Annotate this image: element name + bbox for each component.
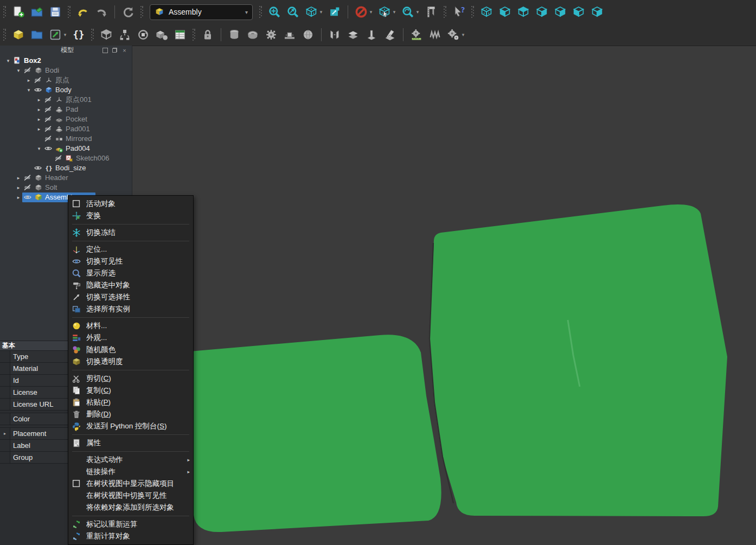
create-group-button[interactable] (28, 26, 46, 43)
gear-joint-button[interactable] (408, 26, 425, 43)
joint-angle-button[interactable] (381, 26, 399, 43)
menu-item-链接操作[interactable]: 链接操作▸ (68, 466, 193, 478)
misc-joint-button[interactable]: ▾ (445, 26, 462, 43)
menu-item-隐藏选中对象[interactable]: 隐藏选中对象 (68, 279, 193, 291)
menu-item-属性[interactable]: 属性 (68, 437, 193, 449)
expand-arrow-icon[interactable]: ▸ (0, 428, 10, 439)
tree-item-Box2[interactable]: ▾Box2 (0, 56, 132, 66)
chevron-down-icon[interactable]: ▾ (415, 9, 420, 15)
standard-views-button[interactable]: ▾ (303, 3, 320, 21)
view-right-button[interactable] (533, 3, 550, 21)
toolbar-drag-handle[interactable] (140, 6, 143, 18)
joint-perpendicular-button[interactable] (363, 26, 380, 43)
toolbar-drag-handle[interactable] (471, 6, 474, 18)
menu-item-切换冻结[interactable]: 切换冻结 (68, 227, 193, 239)
redo-button[interactable] (93, 3, 110, 21)
menu-item-活动对象[interactable]: 活动对象 (68, 198, 193, 210)
expressions-button[interactable]: {} (70, 26, 87, 43)
menu-item-定位-[interactable]: 定位... (68, 243, 193, 255)
menu-item-重新计算对象[interactable]: 重新计算对象 (68, 530, 193, 542)
insert-component-button[interactable] (116, 26, 133, 43)
menu-item-标记以重新运算[interactable]: 标记以重新运算 (68, 518, 193, 530)
visibility-eye-icon[interactable] (34, 86, 42, 94)
tree-item-Pad[interactable]: ▸Pad (0, 105, 132, 114)
dock-restore-button[interactable] (112, 47, 118, 53)
menu-item-切换可见性[interactable]: 切换可见性 (68, 255, 193, 267)
visibility-eye-icon[interactable] (34, 164, 42, 172)
joint-distance-button[interactable] (326, 26, 343, 43)
expand-arrow-icon[interactable]: ▸ (15, 183, 22, 193)
dock-float-button[interactable] (102, 47, 108, 53)
toolbar-drag-handle[interactable] (444, 6, 446, 18)
view-isometric-button[interactable] (478, 3, 495, 21)
hidden-item-icon[interactable] (44, 105, 53, 114)
toolbar-drag-handle[interactable] (3, 6, 6, 18)
hidden-item-icon[interactable] (44, 115, 53, 124)
collapse-arrow-icon[interactable]: ▾ (35, 144, 43, 153)
chevron-down-icon[interactable]: ▾ (368, 9, 374, 15)
draw-style-button[interactable]: ▾ (353, 3, 370, 21)
menu-item-复制-C-[interactable]: 复制(C) (68, 384, 193, 396)
hidden-item-icon[interactable] (44, 95, 53, 104)
measure-button[interactable] (422, 3, 440, 21)
save-button[interactable] (47, 3, 64, 21)
hidden-item-icon[interactable] (23, 183, 32, 192)
hidden-item-icon[interactable] (44, 134, 53, 143)
solve-assembly-button[interactable] (134, 26, 152, 43)
menu-item-切换可选择性[interactable]: 切换可选择性 (68, 291, 193, 303)
tree-item-Mirrored[interactable]: Mirrored (0, 134, 132, 144)
hidden-item-icon[interactable] (54, 154, 63, 163)
expand-arrow-icon[interactable]: ▸ (35, 95, 43, 105)
menu-item-删除-D-[interactable]: 删除(D) (68, 408, 193, 420)
selection-mode-button[interactable]: ▾ (376, 3, 393, 21)
create-part-button[interactable] (10, 26, 27, 43)
zoom-selection-button[interactable] (284, 3, 302, 21)
zoom-fit-all-button[interactable] (266, 3, 283, 21)
expand-arrow-icon[interactable]: ▸ (35, 114, 43, 124)
menu-item-发送到-Python-控制台-S-[interactable]: 发送到 Python 控制台(S) (68, 420, 193, 432)
expand-arrow-icon[interactable]: ▸ (15, 173, 22, 183)
tree-item-Pad001[interactable]: ▸Pad001 (0, 124, 132, 134)
tree-item-Body[interactable]: ▾Body (0, 85, 132, 95)
toggle-grounded-button[interactable] (199, 26, 216, 43)
visibility-eye-icon[interactable] (44, 144, 53, 153)
expand-arrow-icon[interactable]: ▸ (25, 75, 33, 85)
hidden-item-icon[interactable] (23, 66, 32, 75)
menu-item-剪切-C-[interactable]: 剪切(C) (68, 373, 193, 384)
joint-revolute-button[interactable] (244, 26, 261, 43)
menu-item-在树状视图中切换可见性[interactable]: 在树状视图中切换可见性 (68, 490, 193, 502)
expand-arrow-icon[interactable]: ▸ (15, 193, 22, 202)
tree-item-Solt[interactable]: ▸Solt (0, 183, 132, 193)
menu-item-将依赖对象添加到所选对象[interactable]: 将依赖对象添加到所选对象 (68, 502, 193, 514)
whats-this-button[interactable]: ? (450, 3, 467, 21)
view-rear-button[interactable] (552, 3, 569, 21)
refresh-button[interactable] (119, 3, 137, 21)
chevron-down-icon[interactable]: ▾ (460, 32, 466, 37)
menu-item-粘贴-P-[interactable]: 粘贴(P) (68, 396, 193, 408)
rotate-view-button[interactable]: ▾ (399, 3, 417, 21)
collapse-arrow-icon[interactable]: ▾ (15, 66, 22, 75)
toolbar-drag-handle[interactable] (193, 29, 195, 41)
part-left-box[interactable] (190, 335, 441, 532)
workbench-selector[interactable]: Assembly▾ (150, 4, 253, 20)
tree-item-Header[interactable]: ▸Header (0, 173, 132, 183)
menu-item-选择所有实例[interactable]: 选择所有实例 (68, 303, 193, 315)
new-part-button[interactable] (153, 26, 170, 43)
menu-item-切换透明度[interactable]: 切换透明度 (68, 356, 193, 368)
joint-ball-button[interactable] (299, 26, 317, 43)
menu-item-显示所选[interactable]: 显示所选 (68, 267, 193, 279)
collapse-arrow-icon[interactable]: ▾ (4, 56, 12, 66)
expand-arrow-icon[interactable]: ▸ (35, 124, 43, 134)
create-assembly-button[interactable] (98, 26, 115, 43)
view-bottom-button[interactable] (570, 3, 587, 21)
hidden-item-icon[interactable] (34, 76, 42, 85)
part-right-box[interactable] (430, 204, 727, 516)
toolbar-drag-handle[interactable] (68, 6, 71, 18)
menu-item-随机颜色[interactable]: 随机颜色 (68, 344, 193, 356)
menu-item-外观-[interactable]: 外观... (68, 332, 193, 344)
new-document-button[interactable] (10, 3, 27, 21)
view-front-button[interactable] (496, 3, 514, 21)
chevron-down-icon[interactable]: ▾ (62, 32, 68, 37)
view-top-button[interactable] (515, 3, 532, 21)
tree-item-Sketch006[interactable]: Sketch006 (0, 153, 132, 163)
